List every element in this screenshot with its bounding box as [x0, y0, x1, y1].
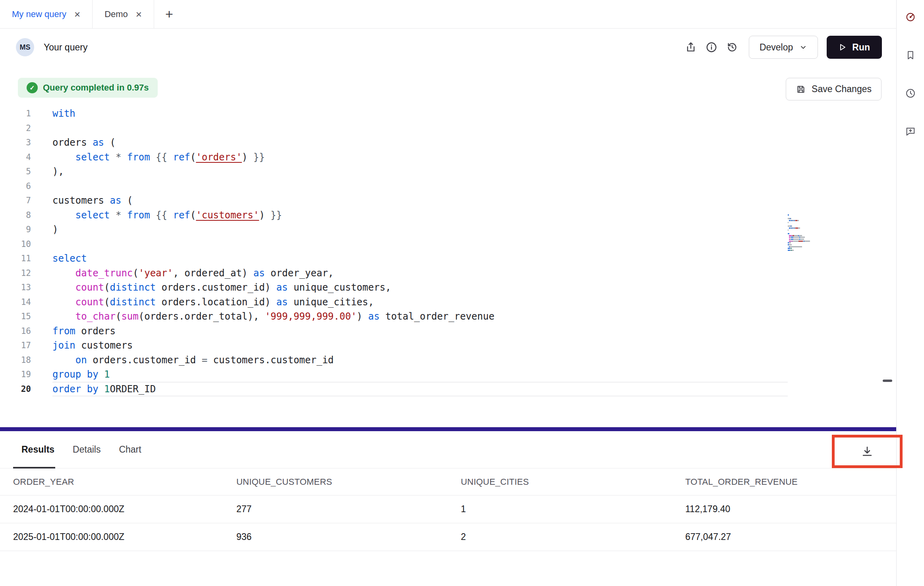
- minimap-line: [788, 220, 831, 221]
- code-token: customers.customer_id: [207, 355, 334, 366]
- code-token: ): [357, 311, 368, 322]
- code-line[interactable]: 17join customers: [0, 338, 896, 353]
- tab-demo[interactable]: Demo ×: [93, 0, 154, 28]
- code-token: from: [52, 326, 75, 337]
- history-button[interactable]: [722, 37, 742, 58]
- code-token: (: [116, 311, 121, 322]
- tab-chart[interactable]: Chart: [119, 431, 141, 468]
- tab-results[interactable]: Results: [21, 431, 54, 468]
- code-token: (: [121, 195, 133, 206]
- code-line[interactable]: 1with: [0, 106, 896, 121]
- annotation-highlight: [832, 435, 903, 468]
- code-line[interactable]: 7customers as (: [0, 193, 896, 208]
- code-line[interactable]: 5),: [0, 164, 896, 179]
- history-icon: [726, 41, 738, 53]
- code-token: [52, 268, 75, 279]
- table-row[interactable]: 2025-01-01T00:00:00.000Z9362677,047.27: [0, 523, 896, 551]
- code-line[interactable]: 2: [0, 121, 896, 136]
- code-token: join: [52, 340, 75, 351]
- code-line[interactable]: 19group by 1: [0, 367, 896, 382]
- version-history-button[interactable]: [904, 87, 917, 100]
- scrollbar-thumb[interactable]: [883, 380, 892, 382]
- code-line[interactable]: 11select: [0, 251, 896, 266]
- code-token: orders: [52, 137, 93, 148]
- code-token: 'customers': [196, 210, 259, 221]
- code-token: (: [104, 297, 110, 308]
- develop-dropdown[interactable]: Develop: [749, 36, 818, 59]
- code-line[interactable]: 12 date_trunc('year', ordered_at) as ord…: [0, 266, 896, 281]
- code-line[interactable]: 10: [0, 237, 896, 252]
- table-cell: 677,047.27: [685, 532, 896, 542]
- code-token: as: [276, 297, 288, 308]
- line-number: 8: [0, 208, 31, 223]
- develop-label: Develop: [760, 42, 793, 53]
- code-token: select: [52, 253, 87, 264]
- close-tab-icon[interactable]: ×: [136, 9, 142, 19]
- tab-bar: My new query × Demo × +: [0, 0, 896, 29]
- code-line[interactable]: 18 on orders.customer_id = customers.cus…: [0, 353, 896, 368]
- minimap-line: [788, 226, 831, 227]
- code-token: (: [190, 210, 196, 221]
- table-cell: 112,179.40: [685, 504, 896, 515]
- code-line[interactable]: 8 select * from {{ ref('customers') }}: [0, 208, 896, 223]
- code-text: group by 1: [52, 367, 110, 382]
- close-tab-icon[interactable]: ×: [74, 9, 80, 19]
- info-button[interactable]: [701, 37, 722, 58]
- code-token: on: [75, 355, 87, 366]
- tab-label: Demo: [104, 9, 128, 19]
- code-editor[interactable]: 1with23orders as (4 select * from {{ ref…: [0, 106, 896, 427]
- line-number: 3: [0, 135, 31, 150]
- download-results-button[interactable]: [857, 441, 878, 462]
- code-line[interactable]: 3orders as (: [0, 135, 896, 150]
- tab-my-new-query[interactable]: My new query ×: [0, 0, 93, 28]
- column-header: UNIQUE_CITIES: [461, 477, 685, 487]
- code-token: as: [110, 195, 122, 206]
- new-tab-button[interactable]: +: [154, 0, 184, 28]
- code-token: [99, 384, 104, 395]
- run-button[interactable]: Run: [827, 36, 882, 59]
- code-token: [52, 282, 75, 293]
- code-line[interactable]: 13 count(distinct orders.customer_id) as…: [0, 280, 896, 295]
- code-token: as: [93, 137, 104, 148]
- minimap-line: [788, 218, 831, 219]
- table-cell: 936: [236, 532, 461, 542]
- table-row[interactable]: 2024-01-01T00:00:00.000Z2771112,179.40: [0, 495, 896, 523]
- share-button[interactable]: [680, 37, 701, 58]
- code-token: 'year': [139, 268, 173, 279]
- code-line[interactable]: 15 to_char(sum(orders.order_total), '999…: [0, 309, 896, 324]
- app-window: My new query × Demo × + MS Your query: [0, 0, 924, 586]
- query-header: MS Your query Develop: [0, 29, 896, 66]
- code-token: ): [259, 210, 265, 221]
- line-number: 6: [0, 179, 31, 194]
- code-token: 1: [104, 384, 110, 395]
- code-line[interactable]: 14 count(distinct orders.location_id) as…: [0, 295, 896, 310]
- save-changes-button[interactable]: Save Changes: [786, 78, 881, 100]
- status-message: Query completed in 0.97s: [43, 83, 149, 93]
- tab-details[interactable]: Details: [73, 431, 101, 468]
- code-token: [52, 152, 75, 163]
- code-line[interactable]: 6: [0, 179, 896, 194]
- code-token: count: [75, 282, 104, 293]
- right-sidebar-rail: [896, 0, 924, 586]
- chevron-down-icon: [799, 43, 807, 51]
- code-line[interactable]: 4 select * from {{ ref('orders') }}: [0, 150, 896, 165]
- panel-splitter[interactable]: [0, 427, 896, 431]
- code-token: orders.location_id): [156, 297, 276, 308]
- code-text: on orders.customer_id = customers.custom…: [52, 353, 334, 368]
- code-line[interactable]: 16from orders: [0, 324, 896, 339]
- code-line[interactable]: 9): [0, 222, 896, 237]
- code-token: (: [104, 137, 116, 148]
- code-token: ref: [173, 152, 190, 163]
- bookmark-button[interactable]: [904, 48, 917, 62]
- code-text: date_trunc('year', ordered_at) as order_…: [52, 266, 334, 281]
- minimap[interactable]: [788, 214, 831, 252]
- save-icon: [796, 84, 806, 94]
- code-text: customers as (: [52, 193, 133, 208]
- code-line[interactable]: 20order by 1ORDER_ID: [0, 382, 896, 397]
- avatar: MS: [16, 38, 34, 56]
- run-label: Run: [852, 42, 870, 53]
- feedback-button[interactable]: [904, 125, 917, 138]
- assistant-button[interactable]: [904, 10, 917, 24]
- table-cell: 2025-01-01T00:00:00.000Z: [13, 532, 236, 542]
- code-text: count(distinct orders.customer_id) as un…: [52, 280, 391, 295]
